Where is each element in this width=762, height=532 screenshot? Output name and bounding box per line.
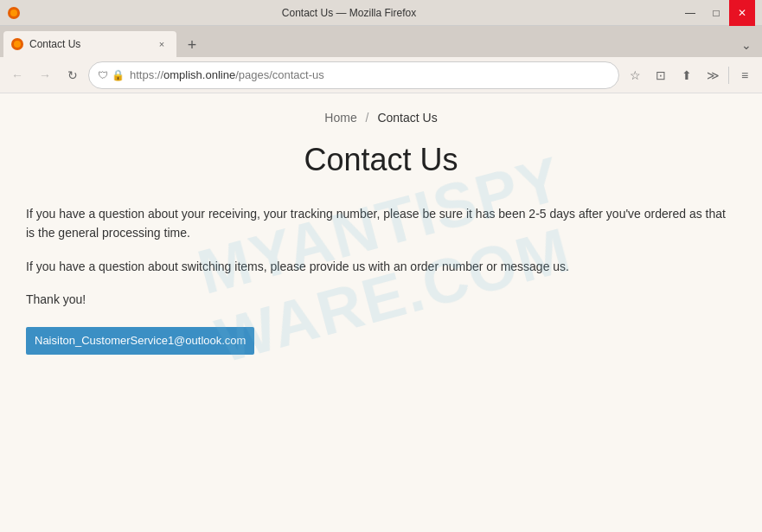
new-tab-button[interactable]: +	[180, 33, 204, 57]
titlebar-left	[7, 6, 21, 20]
shield-icon: 🛡	[98, 69, 108, 81]
content-section: If you have a question about your receiv…	[26, 204, 735, 355]
page-content: Home / Contact Us Contact Us If you have…	[0, 93, 762, 532]
close-button[interactable]: ✕	[729, 0, 755, 26]
active-tab[interactable]: Contact Us ×	[3, 31, 176, 57]
titlebar: Contact Us — Mozilla Firefox — □ ✕	[0, 0, 762, 26]
share-button[interactable]: ⬆	[675, 63, 699, 87]
menu-button[interactable]: ≡	[733, 63, 757, 87]
lock-icon: 🔒	[112, 69, 125, 81]
titlebar-buttons: — □ ✕	[677, 0, 755, 26]
tab-close-button[interactable]: ×	[154, 36, 170, 52]
nav-separator	[728, 67, 729, 84]
firefox-logo	[7, 6, 21, 20]
reload-button[interactable]: ↻	[61, 63, 85, 87]
maximize-button[interactable]: □	[703, 0, 729, 26]
svg-point-3	[14, 41, 21, 48]
email-link-container: Naisiton_CustomerService1@outlook.com	[26, 327, 735, 356]
paragraph-2: If you have a question about switching i…	[26, 257, 735, 276]
svg-point-1	[10, 10, 17, 16]
titlebar-title: Contact Us — Mozilla Firefox	[21, 7, 677, 19]
bookmark-button[interactable]: ☆	[623, 63, 647, 87]
url-domain: omplish.online	[163, 68, 235, 81]
nav-actions: ☆ ⊡ ⬆ ≫ ≡	[623, 63, 757, 87]
tab-label: Contact Us	[29, 38, 149, 50]
breadcrumb-home-link[interactable]: Home	[324, 111, 356, 125]
paragraph-1: If you have a question about your receiv…	[26, 204, 735, 243]
security-icons: 🛡 🔒	[98, 69, 125, 81]
tab-dropdown-button[interactable]: ⌄	[734, 33, 759, 57]
url-path: /pages/contact-us	[235, 68, 324, 81]
minimize-button[interactable]: —	[677, 0, 703, 26]
forward-button[interactable]: →	[33, 63, 57, 87]
navbar: ← → ↻ 🛡 🔒 https://omplish.online/pages/c…	[0, 57, 762, 93]
paragraph-3: Thank you!	[26, 290, 735, 309]
breadcrumb-separator: /	[366, 111, 369, 125]
url-protocol: https://	[130, 68, 163, 81]
tabbar: Contact Us × + ⌄	[0, 26, 762, 57]
pocket-button[interactable]: ⊡	[649, 63, 673, 87]
back-button[interactable]: ←	[5, 63, 29, 87]
address-text: https://omplish.online/pages/contact-us	[130, 68, 610, 81]
address-bar[interactable]: 🛡 🔒 https://omplish.online/pages/contact…	[88, 61, 619, 89]
email-link[interactable]: Naisiton_CustomerService1@outlook.com	[26, 327, 254, 356]
breadcrumb-current: Contact Us	[377, 111, 437, 125]
breadcrumb: Home / Contact Us	[26, 111, 736, 125]
page-title: Contact Us	[26, 142, 736, 178]
extensions-button[interactable]: ≫	[701, 63, 725, 87]
tab-favicon	[10, 37, 24, 51]
